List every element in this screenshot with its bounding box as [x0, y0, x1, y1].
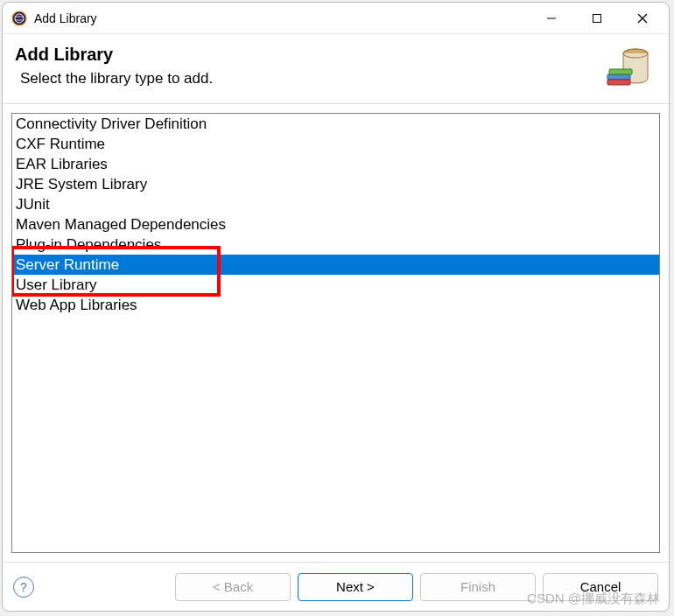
maximize-button[interactable]	[574, 3, 620, 34]
page-subtitle: Select the library type to add.	[15, 70, 604, 88]
list-item[interactable]: JUnit	[12, 194, 659, 214]
list-item[interactable]: Maven Managed Dependencies	[12, 214, 659, 234]
list-item[interactable]: Web App Libraries	[12, 295, 659, 315]
minimize-button[interactable]	[529, 3, 574, 34]
svg-point-0	[12, 11, 26, 25]
list-item[interactable]: Connectivity Driver Definition	[12, 114, 659, 134]
svg-rect-11	[609, 69, 632, 74]
finish-button[interactable]: Finish	[420, 573, 536, 601]
list-item[interactable]: User Library	[12, 275, 659, 295]
window-controls	[529, 3, 665, 34]
content-area: Connectivity Driver DefinitionCXF Runtim…	[3, 104, 669, 562]
eclipse-icon	[11, 10, 27, 26]
titlebar: Add Library	[3, 3, 669, 34]
library-type-list[interactable]: Connectivity Driver DefinitionCXF Runtim…	[11, 113, 660, 553]
button-bar: ? < Back Next > Finish Cancel	[3, 562, 669, 611]
svg-rect-12	[607, 80, 630, 85]
list-item[interactable]: Server Runtime	[12, 255, 659, 275]
header-text: Add Library Select the library type to a…	[15, 45, 604, 88]
dialog-header: Add Library Select the library type to a…	[3, 34, 669, 104]
help-icon[interactable]: ?	[13, 577, 34, 598]
cancel-button[interactable]: Cancel	[543, 573, 658, 601]
library-jar-icon	[604, 45, 653, 87]
list-item[interactable]: JRE System Library	[12, 174, 659, 194]
svg-rect-10	[607, 74, 630, 80]
window-title: Add Library	[34, 11, 529, 25]
back-button[interactable]: < Back	[175, 573, 291, 601]
dialog-window: Add Library Add Library Select the libra…	[2, 2, 670, 612]
list-item[interactable]: Plug-in Dependencies	[12, 234, 659, 255]
list-item[interactable]: EAR Libraries	[12, 154, 659, 174]
close-button[interactable]	[620, 3, 665, 34]
list-item[interactable]: CXF Runtime	[12, 134, 659, 154]
svg-rect-5	[593, 14, 601, 22]
page-title: Add Library	[15, 45, 604, 65]
next-button[interactable]: Next >	[298, 573, 413, 601]
